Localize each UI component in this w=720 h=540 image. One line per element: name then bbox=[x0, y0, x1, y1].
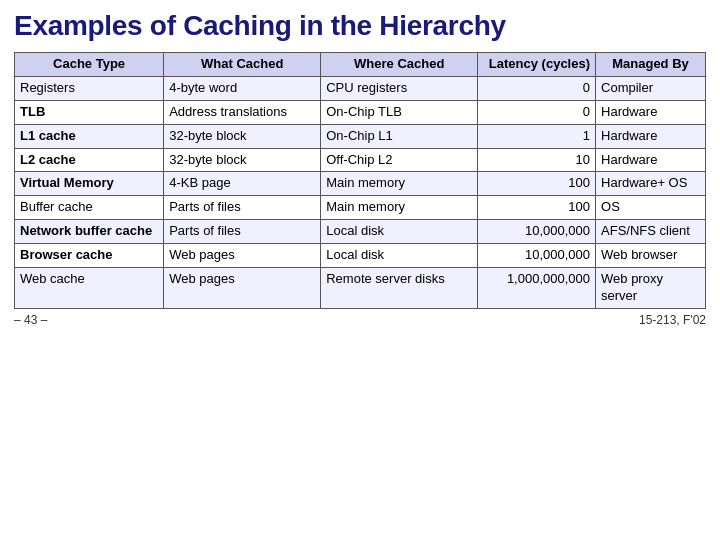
table-cell-what-cached: 4-byte word bbox=[164, 76, 321, 100]
table-cell-managed-by: AFS/NFS client bbox=[596, 220, 706, 244]
table-cell-where-cached: Local disk bbox=[321, 220, 478, 244]
table-cell-where-cached: Local disk bbox=[321, 244, 478, 268]
table-cell-managed-by: Compiler bbox=[596, 76, 706, 100]
table-cell-what-cached: Parts of files bbox=[164, 196, 321, 220]
table-row: Network buffer cacheParts of filesLocal … bbox=[15, 220, 706, 244]
table-cell-where-cached: Main memory bbox=[321, 172, 478, 196]
page-title: Examples of Caching in the Hierarchy bbox=[14, 10, 706, 42]
table-row: TLBAddress translationsOn-Chip TLB0Hardw… bbox=[15, 100, 706, 124]
table-cell-cache-type: TLB bbox=[15, 100, 164, 124]
table-cell-where-cached: On-Chip L1 bbox=[321, 124, 478, 148]
table-cell-managed-by: Hardware bbox=[596, 148, 706, 172]
table-cell-what-cached: 32-byte block bbox=[164, 148, 321, 172]
caching-table: Cache Type What Cached Where Cached Late… bbox=[14, 52, 706, 309]
table-cell-where-cached: CPU registers bbox=[321, 76, 478, 100]
table-row: L2 cache32-byte blockOff-Chip L210Hardwa… bbox=[15, 148, 706, 172]
table-cell-what-cached: Web pages bbox=[164, 244, 321, 268]
table-cell-managed-by: Web proxy server bbox=[596, 268, 706, 309]
table-cell-what-cached: Address translations bbox=[164, 100, 321, 124]
header-what-cached: What Cached bbox=[164, 53, 321, 77]
table-cell-managed-by: Hardware bbox=[596, 100, 706, 124]
table-cell-managed-by: Web browser bbox=[596, 244, 706, 268]
table-cell-cache-type: Browser cache bbox=[15, 244, 164, 268]
table-cell-what-cached: 4-KB page bbox=[164, 172, 321, 196]
table-cell-managed-by: Hardware+ OS bbox=[596, 172, 706, 196]
table-cell-latency: 1,000,000,000 bbox=[478, 268, 596, 309]
footer-left: – 43 – bbox=[14, 313, 47, 327]
header-where-cached: Where Cached bbox=[321, 53, 478, 77]
footer-right: 15-213, F'02 bbox=[639, 313, 706, 327]
header-cache-type: Cache Type bbox=[15, 53, 164, 77]
table-cell-latency: 0 bbox=[478, 76, 596, 100]
table-cell-latency: 10,000,000 bbox=[478, 220, 596, 244]
table-cell-latency: 100 bbox=[478, 196, 596, 220]
table-cell-what-cached: Web pages bbox=[164, 268, 321, 309]
table-cell-managed-by: Hardware bbox=[596, 124, 706, 148]
table-row: L1 cache32-byte blockOn-Chip L11Hardware bbox=[15, 124, 706, 148]
table-cell-latency: 0 bbox=[478, 100, 596, 124]
table-cell-where-cached: Remote server disks bbox=[321, 268, 478, 309]
table-cell-cache-type: Virtual Memory bbox=[15, 172, 164, 196]
table-cell-latency: 10 bbox=[478, 148, 596, 172]
table-header-row: Cache Type What Cached Where Cached Late… bbox=[15, 53, 706, 77]
table-cell-what-cached: 32-byte block bbox=[164, 124, 321, 148]
table-row: Buffer cacheParts of filesMain memory100… bbox=[15, 196, 706, 220]
table-cell-cache-type: Registers bbox=[15, 76, 164, 100]
table-cell-cache-type: Network buffer cache bbox=[15, 220, 164, 244]
table-cell-where-cached: Off-Chip L2 bbox=[321, 148, 478, 172]
table-cell-latency: 1 bbox=[478, 124, 596, 148]
footer: – 43 – 15-213, F'02 bbox=[14, 313, 706, 327]
table-cell-where-cached: Main memory bbox=[321, 196, 478, 220]
table-row: Browser cacheWeb pagesLocal disk10,000,0… bbox=[15, 244, 706, 268]
table-cell-latency: 100 bbox=[478, 172, 596, 196]
header-latency: Latency (cycles) bbox=[478, 53, 596, 77]
table-cell-latency: 10,000,000 bbox=[478, 244, 596, 268]
table-cell-cache-type: Buffer cache bbox=[15, 196, 164, 220]
table-cell-cache-type: L2 cache bbox=[15, 148, 164, 172]
page: Examples of Caching in the Hierarchy Cac… bbox=[0, 0, 720, 540]
table-cell-cache-type: Web cache bbox=[15, 268, 164, 309]
header-managed-by: Managed By bbox=[596, 53, 706, 77]
table-cell-where-cached: On-Chip TLB bbox=[321, 100, 478, 124]
table-cell-managed-by: OS bbox=[596, 196, 706, 220]
table-row: Web cacheWeb pagesRemote server disks1,0… bbox=[15, 268, 706, 309]
table-cell-what-cached: Parts of files bbox=[164, 220, 321, 244]
table-row: Registers4-byte wordCPU registers0Compil… bbox=[15, 76, 706, 100]
table-cell-cache-type: L1 cache bbox=[15, 124, 164, 148]
table-row: Virtual Memory4-KB pageMain memory100Har… bbox=[15, 172, 706, 196]
